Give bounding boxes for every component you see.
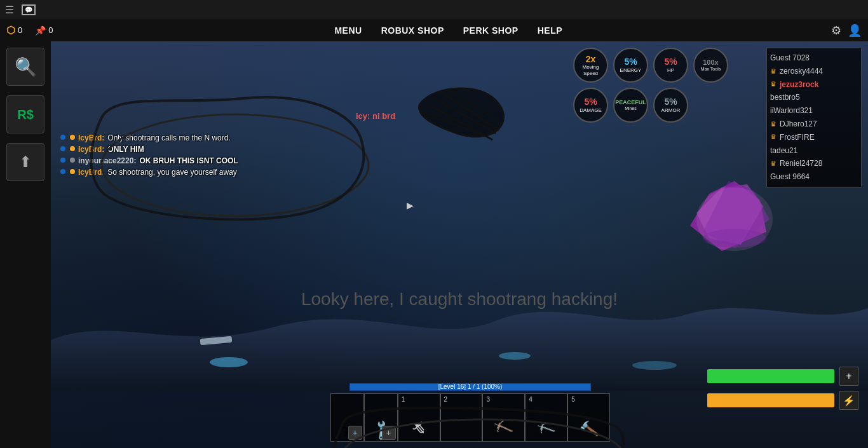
player-name: bestbro5	[770, 92, 800, 103]
nav-right-icons: ⚙ 👤	[831, 24, 862, 37]
hotbar-slot-5[interactable]: 5 🔨	[567, 393, 610, 442]
hotbar: [Level 16] 1 / 1 (100%) ⚔ + 🔧 + 1 🗡 2 3	[330, 383, 610, 442]
hotbar-slot-special2[interactable]: 🔧 +	[364, 393, 398, 442]
player-name: DJhero127	[780, 119, 817, 130]
chat-message-2: IcyBrd: ONLY HIM	[60, 145, 238, 154]
points-amount: 0	[48, 25, 53, 35]
health-add-button[interactable]: +	[839, 367, 858, 386]
gold-icon: ⬡	[6, 24, 15, 36]
chat-area: IcyBrd: Only shootrang calls me the N wo…	[60, 133, 238, 179]
menu-link[interactable]: MENU	[334, 25, 362, 36]
menu-icon[interactable]: ☰	[5, 4, 14, 16]
slot-icon: 🔨	[578, 419, 599, 440]
hotbar-slot-4[interactable]: 4 ⛏	[525, 393, 567, 442]
svg-point-2	[632, 361, 677, 370]
chat-text: Only shootrang calls me the N word.	[107, 133, 230, 142]
slot-number: 1	[402, 396, 405, 403]
hud-moving-speed: 2x MovingSpeed	[573, 48, 608, 83]
svg-point-7	[696, 187, 773, 251]
chat-dot-2	[70, 169, 75, 174]
hotbar-level-label: [Level 16] 1 / 1 (100%)	[350, 383, 590, 391]
energy-bar-row: ⚡	[707, 391, 858, 410]
slot-icon: ⛏	[536, 418, 557, 441]
crown-icon: ♛	[770, 79, 776, 89]
chat-dot-2	[70, 135, 75, 140]
hotbar-slot-special1[interactable]: ⚔ +	[330, 393, 364, 442]
slot-icon: ⛏	[492, 416, 515, 440]
player-label: icy: ni brd	[356, 111, 395, 121]
robux-shop-link[interactable]: ROBUX SHOP	[381, 25, 444, 36]
chat-message-3: inyourface2220: OK BRUH THIS ISNT COOL	[60, 156, 238, 165]
hud-energy: 5% ENERGY	[613, 48, 648, 83]
player-item: ♛ zerosky4444	[770, 65, 858, 78]
slot-number: 4	[529, 396, 532, 403]
help-link[interactable]: HELP	[538, 25, 562, 36]
floor-item	[197, 334, 235, 350]
chat-message-4: IcyBrd: So shootrang, you gave yourself …	[60, 168, 238, 177]
player-name: iiWarlord321	[770, 105, 813, 116]
player-name: Guest 7028	[770, 53, 810, 64]
main-announcement-text: Looky here, I caught shootrang hacking!	[301, 289, 618, 309]
player-name: Reniel24728	[780, 158, 822, 169]
hud-armor: 5% ARMOR	[653, 88, 688, 123]
player-name: FrostFIRE	[780, 132, 815, 143]
player-item: ♛ DJhero127	[770, 118, 858, 131]
chat-dot-2	[70, 158, 75, 163]
profile-icon[interactable]: 👤	[848, 24, 862, 37]
slot-number: 2	[444, 396, 448, 403]
gold-currency: ⬡ 0	[6, 24, 22, 36]
chat-sender: IcyBrd:	[78, 168, 104, 177]
player-label-text: icy: ni brd	[356, 111, 395, 121]
player-name: tadeu21	[770, 146, 797, 156]
health-bar-green	[707, 369, 834, 383]
player-item: bestbro5	[770, 91, 858, 104]
player-name: jezuz3rock	[780, 79, 818, 90]
hud-row-2: 5% DAMAGE PEACEFUL Mines 5% ARMOR	[573, 88, 728, 123]
nav-links: MENU ROBUX SHOP PERK SHOP HELP	[65, 25, 831, 36]
player-item: Guest 9664	[770, 170, 858, 184]
main-announcement: Looky here, I caught shootrang hacking!	[51, 289, 868, 309]
hotbar-slot-1[interactable]: 1 🗡	[398, 393, 440, 442]
hud-row-1: 2x MovingSpeed 5% ENERGY 5% HP 100x Max …	[573, 48, 728, 83]
crown-icon: ♛	[770, 67, 776, 76]
slot-number: 3	[486, 396, 490, 403]
search-button[interactable]: 🔍	[6, 48, 44, 86]
chat-dot	[60, 158, 65, 163]
player-item: iiWarlord321	[770, 104, 858, 118]
hotbar-slot-3[interactable]: 3 ⛏	[482, 393, 525, 442]
health-bar-row: +	[707, 367, 858, 386]
chat-icon[interactable]: 💬	[22, 4, 36, 15]
chat-text: OK BRUH THIS ISNT COOL	[139, 156, 238, 165]
settings-icon[interactable]: ⚙	[831, 24, 841, 37]
energy-icon: ⚡	[839, 391, 858, 410]
chat-sender: IcyBrd:	[78, 133, 104, 142]
crown-icon: ♛	[770, 119, 776, 129]
svg-point-0	[210, 357, 248, 367]
chat-sender: inyourface2220:	[78, 156, 136, 165]
cursor: ▶	[407, 200, 414, 210]
player-name: zerosky4444	[780, 66, 823, 77]
hud-hp: 5% HP	[653, 48, 688, 83]
hud-damage: 5% DAMAGE	[573, 88, 608, 123]
add-button-2[interactable]: +	[382, 426, 396, 440]
pin-icon: 📌	[35, 25, 46, 36]
hotbar-level-bar: [Level 16] 1 / 1 (100%)	[349, 383, 591, 391]
player-item: ♛ Reniel24728	[770, 157, 858, 170]
hud-stats: 2x MovingSpeed 5% ENERGY 5% HP 100x Max …	[573, 48, 728, 123]
chat-sender: IcyBrd:	[78, 145, 104, 154]
chat-dot	[60, 169, 65, 174]
chat-dot	[60, 146, 65, 151]
upload-button[interactable]: ⬆	[6, 143, 44, 181]
chat-text: So shootrang, you gave yourself away	[107, 168, 236, 177]
slot-icon: 🗡	[406, 416, 431, 441]
hud-peaceful: PEACEFUL Mines	[613, 88, 648, 123]
player-item: Guest 7028	[770, 51, 858, 65]
perk-shop-link[interactable]: PERK SHOP	[463, 25, 519, 36]
player-list: Guest 7028 ♛ zerosky4444 ♛ jezuz3rock be…	[766, 48, 862, 187]
gold-amount: 0	[18, 25, 22, 35]
floor-item-svg	[197, 334, 235, 347]
top-bar: ☰ 💬	[0, 0, 868, 19]
hotbar-slot-2[interactable]: 2	[440, 393, 483, 442]
robux-button[interactable]: R$	[6, 95, 44, 133]
add-button[interactable]: +	[348, 426, 362, 440]
